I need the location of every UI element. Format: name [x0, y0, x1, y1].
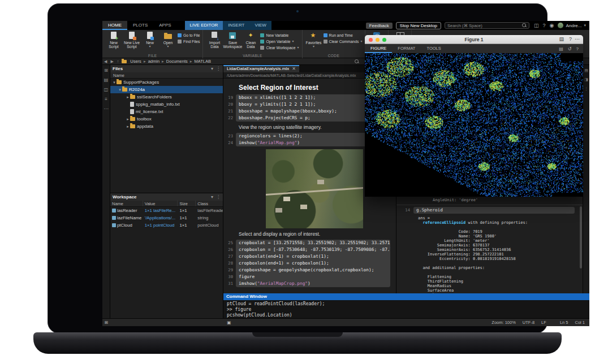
- figure-tab-figure[interactable]: FIGURE: [365, 44, 392, 53]
- new-script-button[interactable]: New Script: [105, 32, 122, 49]
- panel-toggle-icon[interactable]: ⊞: [104, 68, 108, 73]
- save-workspace-button[interactable]: Save Workspace: [224, 32, 241, 49]
- new-button[interactable]: New ▾: [141, 32, 158, 48]
- class-name-link[interactable]: referenceEllipsoid: [422, 220, 465, 225]
- expand-arrow-icon[interactable]: [126, 117, 130, 122]
- properties-rail-icon[interactable]: ▤: [584, 68, 588, 73]
- tree-item-supportpackages[interactable]: SupportPackages: [110, 79, 223, 86]
- breadcrumb-item-matlab[interactable]: MATLAB: [189, 59, 212, 64]
- tab-home[interactable]: HOME: [102, 21, 127, 30]
- save-figure-icon[interactable]: ▤: [559, 36, 564, 42]
- code-line[interactable]: cropboxshape = geopolyshape(cropboxlat,c…: [236, 267, 390, 274]
- expand-arrow-icon[interactable]: [126, 95, 130, 99]
- new-variable-button[interactable]: New Variable: [260, 33, 299, 38]
- figure-title-bar[interactable]: Figure 1 ▤ ? ⋯: [365, 35, 583, 44]
- stop-new-desktop-button[interactable]: Stop New Desktop: [396, 22, 441, 29]
- favorites-button[interactable]: Favorites ▾: [305, 32, 322, 48]
- import-data-button[interactable]: Import Data: [206, 32, 223, 49]
- go-to-file-button[interactable]: Go to File: [178, 33, 200, 38]
- code-line[interactable]: cropboxlat = [33.2571558; 33.2551902; 33…: [236, 240, 390, 246]
- figure-tab-format[interactable]: FORMAT: [392, 44, 421, 53]
- split-rail-icon[interactable]: ◨: [584, 77, 588, 82]
- breadcrumb-item-admin[interactable]: admin: [143, 59, 161, 64]
- workspace-row-lazfilename[interactable]: lazFileName '/Applications/... 1×1 strin…: [110, 214, 223, 222]
- tree-item-ssisearchfolders[interactable]: ssiSearchFolders: [110, 93, 223, 101]
- community-icon[interactable]: ◫: [534, 23, 539, 28]
- clean-data-button[interactable]: Clean Data: [242, 32, 259, 49]
- panel-layout-icon[interactable]: ⊞: [105, 320, 108, 325]
- open-button[interactable]: Open ▾: [159, 32, 176, 48]
- user-name[interactable]: Andre...: [566, 23, 581, 28]
- breadcrumb-search-icon[interactable]: [355, 59, 359, 64]
- column-name[interactable]: Name: [110, 201, 143, 206]
- feedback-button[interactable]: Feedback: [366, 23, 393, 29]
- code-line[interactable]: figure: [236, 274, 390, 280]
- code-line[interactable]: cropboxlon(end+1) = cropboxlon(1);: [236, 260, 390, 267]
- tree-item-appdata[interactable]: appdata: [110, 123, 223, 130]
- minimized-panel-icon[interactable]: ▣: [227, 320, 231, 325]
- tree-item-toolbox[interactable]: toolbox: [110, 115, 223, 123]
- document-tab[interactable]: LidarDataExampleAnalysis.mlx ✕: [223, 65, 299, 72]
- avatar[interactable]: [558, 23, 563, 28]
- close-icon[interactable]: ✕: [292, 66, 296, 71]
- help-icon[interactable]: ?: [576, 46, 579, 51]
- status-column[interactable]: Col 1: [575, 320, 585, 325]
- more-rail-icon[interactable]: ⋮: [584, 86, 588, 91]
- export-icon[interactable]: ▤: [559, 46, 563, 51]
- tree-item-sppkg-info[interactable]: sppkg_matlab_info.txt: [110, 101, 223, 108]
- code-line[interactable]: cropboxlon = [-87.7530648; -87.7530139; …: [236, 246, 390, 253]
- workspace-row-ptcloud[interactable]: ptCloud 1×1 pointCloud 1×1 pointCloud: [110, 222, 223, 229]
- back-icon[interactable]: ◀: [104, 59, 107, 64]
- open-variable-button[interactable]: Open Variable ▾: [260, 39, 299, 44]
- outline-rail-icon[interactable]: ≡: [105, 97, 107, 102]
- column-size[interactable]: Size: [178, 201, 196, 206]
- command-window-header[interactable]: Command Window: [223, 293, 589, 300]
- panel-menu-icon[interactable]: ⋮: [216, 194, 221, 200]
- code-line[interactable]: cropboxlat(end+1) = cropboxlat(1);: [236, 253, 390, 260]
- up-folder-icon[interactable]: ↑: [117, 59, 119, 63]
- code-line[interactable]: imshow("AerialMapCrop.png"): [236, 280, 390, 287]
- code-block-3[interactable]: 25cropboxlat = [33.2571558; 33.2551902; …: [223, 240, 396, 287]
- status-line[interactable]: Ln 5: [560, 320, 568, 325]
- workspace-rail-icon[interactable]: ◫: [104, 87, 109, 92]
- workspace-column-headers[interactable]: Name Value Size Class: [110, 201, 223, 207]
- search-input[interactable]: Search (⌘ Space): [445, 22, 529, 29]
- figure-tab-tools[interactable]: TOOLS: [421, 44, 446, 53]
- status-zoom[interactable]: Zoom: 100%: [491, 320, 516, 325]
- tree-item-ml-license[interactable]: ml_license.txt: [110, 108, 223, 115]
- point-cloud-canvas[interactable]: [365, 53, 583, 197]
- files-name-column-header[interactable]: Name: [110, 72, 223, 79]
- breadcrumb-item-users[interactable]: Users: [129, 59, 143, 64]
- tab-apps[interactable]: APPS: [153, 21, 176, 30]
- more-rail-icon[interactable]: ⋯: [104, 106, 109, 111]
- tab-insert[interactable]: INSERT: [223, 21, 249, 30]
- files-rail-icon[interactable]: ▤: [104, 77, 109, 83]
- tab-live-editor[interactable]: LIVE EDITOR: [185, 21, 223, 30]
- scrollbar[interactable]: [580, 206, 582, 268]
- help-icon[interactable]: ?: [543, 23, 546, 28]
- expand-arrow-icon[interactable]: [126, 124, 130, 129]
- notifications-icon[interactable]: ◉: [550, 23, 554, 28]
- code-line[interactable]: g.Spheroid: [413, 207, 575, 214]
- tab-plots[interactable]: PLOTS: [127, 21, 153, 30]
- breadcrumb-item-documents[interactable]: Documents: [161, 59, 189, 64]
- forward-icon[interactable]: ▶: [110, 59, 113, 64]
- expand-arrow-icon[interactable]: [112, 80, 117, 85]
- status-encoding[interactable]: UTF-8: [523, 320, 534, 325]
- clear-workspace-button[interactable]: Clear Workspace ▾: [260, 45, 299, 50]
- find-files-button[interactable]: Find Files: [178, 39, 200, 44]
- status-eol[interactable]: LF: [541, 320, 546, 325]
- undo-icon[interactable]: ↺: [568, 46, 572, 51]
- workspace-row-lasreader[interactable]: lasReader 1×1 lasFileRe... 1×1 lasFileRe…: [110, 207, 223, 214]
- expand-arrow-icon[interactable]: [118, 88, 122, 92]
- help-icon[interactable]: ?: [569, 36, 572, 42]
- pin-icon[interactable]: ▾: [211, 66, 213, 71]
- tab-view[interactable]: VIEW: [249, 21, 271, 30]
- new-live-script-button[interactable]: New Live Script: [123, 32, 140, 49]
- more-options-icon[interactable]: ⋯: [575, 36, 580, 42]
- pin-icon[interactable]: ▾: [211, 194, 213, 200]
- column-class[interactable]: Class: [196, 201, 223, 206]
- clear-commands-button[interactable]: Clear Commands ▾: [324, 39, 363, 44]
- column-value[interactable]: Value: [143, 201, 178, 206]
- panel-menu-icon[interactable]: ⋮: [216, 66, 221, 71]
